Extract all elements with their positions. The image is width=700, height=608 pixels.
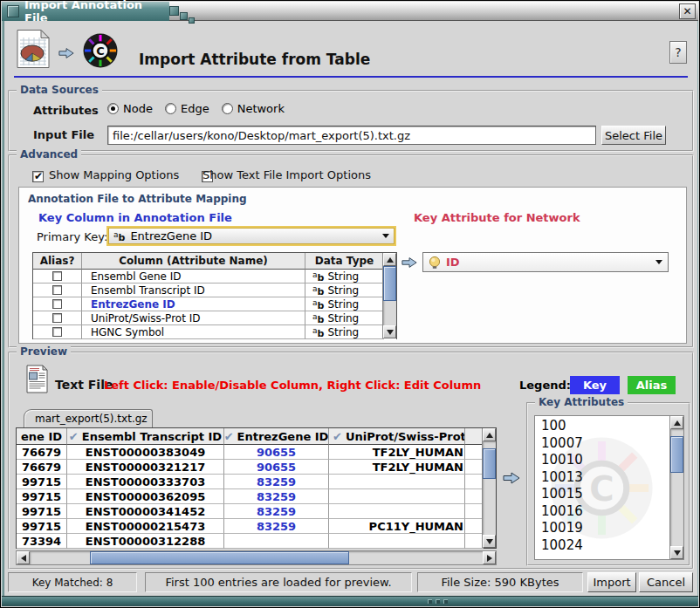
show-mapping-checkbox[interactable]	[32, 171, 44, 182]
header-alias[interactable]: Alias?	[33, 253, 82, 270]
header-data-type[interactable]: Data Type	[305, 253, 384, 270]
scrollbar-thumb[interactable]	[483, 448, 496, 479]
preview-table-row[interactable]: 76679 ENST00000321217 90655 TF2LY_HUMAN	[17, 460, 496, 475]
key-attribute-item[interactable]: 10019	[541, 520, 683, 537]
scrollbar-track[interactable]	[30, 551, 483, 564]
header-gene-id[interactable]: ene ID	[17, 428, 67, 445]
select-file-button[interactable]: Select File	[601, 126, 666, 145]
title-bar-teal: Import Annotation File	[2, 2, 169, 21]
preview-table-row[interactable]: 99715 ENST00000215473 83259 PC11Y_HUMAN	[17, 519, 496, 534]
network-key-combobox[interactable]: ID	[422, 252, 669, 272]
attribute-type-radio[interactable]: Network	[222, 102, 285, 115]
key-column-title: Key Column in Annotation File	[38, 211, 232, 224]
preview-table-hscrollbar[interactable]	[16, 550, 497, 565]
scrollbar-thumb[interactable]	[670, 436, 683, 473]
attribute-type-radio[interactable]: Edge	[165, 102, 209, 115]
cell-spacer	[465, 519, 484, 534]
close-button[interactable]: ✕	[679, 3, 696, 19]
cell-entrezgene-id: 83259	[224, 519, 329, 534]
scrollbar-track[interactable]	[383, 266, 396, 325]
key-attribute-item[interactable]: 10010	[541, 452, 683, 469]
key-attributes-items: 10010007100101001310015100161001910024	[535, 416, 683, 559]
radio-icon[interactable]	[107, 103, 119, 114]
mapping-table-row[interactable]: UniProt/Swiss-Prot ID String	[33, 311, 396, 325]
arrow-right-icon	[503, 471, 520, 488]
mapping-table-row[interactable]: Ensembl Transcript ID String	[33, 284, 396, 297]
scroll-up-button[interactable]	[483, 428, 496, 441]
key-attribute-item[interactable]: 10007	[541, 435, 683, 453]
alias-checkbox[interactable]	[52, 299, 62, 309]
key-attribute-title: Key Attribute for Network	[414, 211, 580, 224]
cell-spacer	[465, 475, 484, 489]
header-entrezgene-id[interactable]: ✔EntrezGene ID	[224, 428, 329, 445]
data-type-value: String	[327, 298, 359, 311]
primary-key-value: EntrezGene ID	[130, 229, 212, 243]
alias-checkbox[interactable]	[52, 271, 62, 281]
network-key-value: ID	[446, 256, 460, 269]
chevron-down-icon	[655, 260, 662, 264]
scroll-up-button[interactable]	[670, 416, 683, 429]
cell-transcript-id: ENST00000312288	[67, 534, 224, 549]
scrollbar-thumb[interactable]	[383, 266, 396, 301]
key-attribute-item[interactable]: 10024	[541, 537, 683, 555]
preview-table-row[interactable]: 99715 ENST00000341452 83259	[17, 504, 496, 519]
check-icon: ✔	[69, 430, 79, 443]
cell-gene-id: 99715	[17, 475, 67, 489]
scroll-up-button[interactable]	[383, 253, 396, 266]
resize-grip[interactable]	[428, 599, 448, 604]
preview-note-status: First 100 entries are loaded for preview…	[145, 572, 412, 592]
scrollbar-track[interactable]	[670, 429, 683, 546]
key-attribute-item[interactable]: 10015	[541, 486, 683, 503]
title-bar[interactable]: Import Annotation File ✕	[2, 2, 698, 21]
cell-uniprot-id	[329, 475, 465, 489]
preview-table-row[interactable]: 76679 ENST00000383049 90655 TF2LY_HUMAN	[17, 445, 496, 460]
preview-table-vscrollbar[interactable]	[482, 428, 496, 548]
scroll-left-button[interactable]	[17, 551, 30, 564]
scroll-down-button[interactable]	[383, 325, 396, 338]
import-annotation-dialog: Import Annotation File ✕	[0, 0, 700, 608]
cell-spacer	[465, 460, 484, 475]
scrollbar-track[interactable]	[483, 441, 496, 535]
preview-table-row[interactable]: 73394 ENST00000312288	[17, 534, 496, 549]
key-attribute-item[interactable]: 100	[541, 418, 683, 435]
input-file-field[interactable]: file:/cellar/users/kono/Desktop/mart_exp…	[107, 126, 596, 145]
lightbulb-icon	[429, 256, 441, 270]
scroll-down-button[interactable]	[670, 546, 683, 559]
scroll-right-button[interactable]	[483, 551, 496, 564]
attribute-type-radio[interactable]: Node	[107, 102, 153, 115]
mapping-table-row[interactable]: HGNC Symbol String	[33, 325, 396, 339]
preview-table-row[interactable]: 99715 ENST00000333703 83259	[17, 475, 496, 489]
cell-entrezgene-id: 83259	[224, 504, 329, 519]
header-column-name[interactable]: Column (Attribute Name)	[82, 253, 305, 270]
cell-uniprot-id	[329, 534, 465, 549]
preview-table-row[interactable]: 99715 ENST00000362095 83259	[17, 489, 496, 504]
alias-checkbox[interactable]	[52, 327, 62, 337]
alias-checkbox[interactable]	[52, 285, 62, 295]
data-type-value: String	[327, 312, 359, 324]
key-attribute-item[interactable]: 10013	[541, 469, 683, 487]
header-transcript-id[interactable]: ✔Ensembl Transcript ID	[67, 428, 224, 445]
mapping-table-scrollbar[interactable]	[382, 253, 396, 338]
help-button[interactable]: ?	[669, 41, 687, 64]
radio-label: Node	[123, 102, 153, 115]
mapping-table-row[interactable]: EntrezGene ID String	[33, 297, 396, 311]
file-tab[interactable]: mart_export(5).txt.gz	[24, 409, 153, 427]
scroll-down-button[interactable]	[483, 535, 496, 548]
scrollbar-thumb[interactable]	[90, 551, 349, 564]
key-attributes-group: Key Attributes	[526, 402, 690, 566]
header-uniprot-id[interactable]: ✔UniProt/Swiss-Prot ID	[329, 428, 465, 445]
radio-icon[interactable]	[222, 103, 233, 114]
mapping-table-row[interactable]: Ensembl Gene ID String	[33, 270, 396, 284]
cell-gene-id: 99715	[17, 489, 67, 504]
key-attribute-item[interactable]: 10016	[541, 503, 683, 521]
radio-icon[interactable]	[165, 103, 176, 114]
import-button[interactable]: Import	[587, 572, 636, 592]
key-attributes-list: C 10010007100101001310015100161001910024	[534, 415, 684, 560]
alias-checkbox[interactable]	[52, 313, 62, 323]
key-attributes-scrollbar[interactable]	[669, 416, 683, 559]
primary-key-combobox[interactable]: EntrezGene ID	[106, 226, 396, 246]
cancel-button[interactable]: Cancel	[639, 572, 693, 592]
key-matched-status: Key Matched: 8	[8, 572, 137, 592]
preview-table: ene ID ✔Ensembl Transcript ID ✔EntrezGen…	[16, 427, 497, 549]
arrow-right-icon	[401, 256, 417, 272]
